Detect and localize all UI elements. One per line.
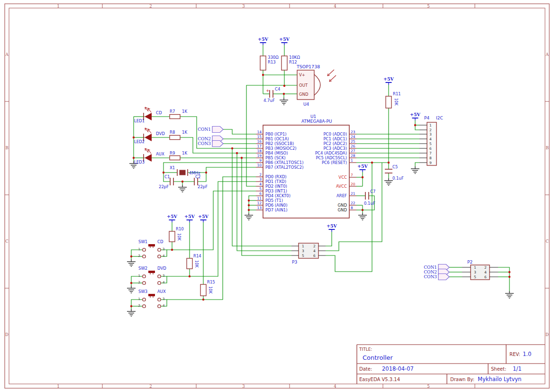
resistor-value: 330Ω bbox=[268, 55, 279, 60]
junction-dot bbox=[182, 181, 183, 182]
switch-SW2-pin bbox=[158, 282, 161, 284]
pin-number: 4 bbox=[429, 137, 432, 141]
title-label: TITLE: bbox=[359, 347, 372, 352]
vcc-label: +5V bbox=[279, 36, 290, 42]
resistor-R10[interactable] bbox=[169, 231, 175, 242]
junction-dot bbox=[133, 157, 135, 159]
wire bbox=[131, 250, 142, 259]
date-value: 2018-04-07 bbox=[382, 365, 414, 372]
pin-number: 2 bbox=[138, 254, 140, 258]
pin-number: 4 bbox=[484, 270, 487, 274]
pin-name: AREF bbox=[336, 193, 347, 198]
resistor-value: 10K bbox=[394, 98, 398, 106]
vcc-label: +5V bbox=[357, 164, 368, 169]
led-LED3[interactable] bbox=[145, 154, 152, 162]
pin-name: PB0 (ICP1) bbox=[265, 132, 287, 137]
resistor-ref: R14 bbox=[193, 254, 201, 258]
wire bbox=[223, 129, 256, 134]
resistor-R12[interactable] bbox=[282, 56, 287, 70]
junction-dot bbox=[231, 147, 233, 149]
capacitor-value: 22pF bbox=[198, 184, 208, 189]
pin-number: 4 bbox=[163, 281, 165, 284]
resistor-value: 10K bbox=[177, 233, 181, 241]
arrow-head-icon bbox=[145, 148, 145, 151]
frame-row-label: B bbox=[545, 146, 548, 150]
pin-number: 19 bbox=[257, 154, 262, 158]
resistor-R8[interactable] bbox=[170, 136, 180, 140]
pin-number: 4 bbox=[163, 304, 165, 308]
connector-P2[interactable] bbox=[471, 265, 490, 280]
net-label: CD bbox=[156, 110, 162, 115]
resistor-R14[interactable] bbox=[187, 258, 192, 269]
junction-dot bbox=[236, 152, 238, 154]
switch-SW2[interactable] bbox=[148, 271, 155, 273]
switch-SW1[interactable] bbox=[148, 244, 155, 246]
frame-row-label: B bbox=[5, 146, 8, 150]
junction-dot bbox=[130, 255, 132, 257]
net-flag-icon[interactable] bbox=[212, 141, 223, 147]
pin-name: PC1 (ADC1) bbox=[323, 137, 347, 141]
pin-name: PB2 (SSOC1B) bbox=[265, 141, 294, 146]
wire bbox=[131, 276, 142, 286]
arrow-icon bbox=[329, 75, 336, 82]
part-name: TSOP1738 bbox=[296, 64, 320, 69]
resistor-R9[interactable] bbox=[170, 156, 180, 160]
net-flag-label: CON3 bbox=[424, 274, 437, 279]
pin-name: PC6 (RESET) bbox=[322, 160, 347, 165]
junction-dot bbox=[171, 249, 173, 251]
crystal-X1[interactable] bbox=[180, 170, 185, 175]
switch-SW3[interactable] bbox=[148, 294, 155, 296]
resistor-R13[interactable] bbox=[260, 56, 266, 70]
sheet-label: Sheet: bbox=[491, 366, 506, 372]
capacitor-value: 4.7uF bbox=[263, 98, 275, 103]
frame-col-label: 5 bbox=[427, 4, 429, 9]
junction-dot bbox=[248, 209, 250, 211]
pin-number: 1 bbox=[474, 265, 476, 270]
junction-dot bbox=[163, 172, 164, 173]
junction-dot bbox=[362, 176, 363, 178]
led-LED1[interactable] bbox=[145, 113, 152, 120]
pin-number: 2 bbox=[484, 265, 487, 270]
vcc-label: +5V bbox=[327, 223, 337, 228]
capacitor-value: 0.1uF bbox=[364, 201, 375, 206]
pin-number: 5 bbox=[474, 275, 476, 279]
wire bbox=[415, 163, 419, 166]
pin-name: PB7 (XTAL2TOSC2) bbox=[265, 165, 303, 170]
net-flag-icon[interactable] bbox=[438, 274, 449, 280]
date-label: Date: bbox=[359, 366, 372, 372]
wire bbox=[198, 167, 256, 182]
net-label: DVD bbox=[156, 131, 165, 136]
junction-dot bbox=[283, 85, 285, 87]
pin-label: OUT bbox=[299, 83, 308, 88]
pin-number: 9 bbox=[429, 161, 432, 165]
pin-number: 1 bbox=[429, 123, 432, 128]
switch-ref: SW1 bbox=[138, 239, 147, 244]
pin-number: 20 bbox=[351, 182, 355, 186]
pin-number: 2 bbox=[259, 173, 262, 177]
resistor-R15[interactable] bbox=[200, 284, 206, 296]
pin-name: AVCC bbox=[336, 184, 347, 189]
junction-dot bbox=[130, 305, 132, 307]
pin-number: 11 bbox=[257, 196, 262, 201]
resistor-R7[interactable] bbox=[170, 115, 180, 119]
pin-name: PC2 (ADC2) bbox=[323, 141, 347, 146]
junction-dot bbox=[248, 200, 250, 201]
wire bbox=[167, 191, 256, 250]
pin-number: 4 bbox=[313, 249, 316, 253]
pin-name: PD6 (AIN0) bbox=[265, 203, 288, 208]
frame-row-label: A bbox=[5, 52, 9, 57]
resistor-R11[interactable] bbox=[386, 96, 391, 108]
resistor-ref: R13 bbox=[268, 60, 276, 64]
pin-number: 7 bbox=[351, 173, 353, 177]
led-LED2[interactable] bbox=[145, 134, 152, 141]
resistor-value: 10K bbox=[194, 260, 199, 268]
vcc-label: +5V bbox=[167, 214, 178, 219]
pin-name: PC3 (ADC3) bbox=[323, 146, 347, 151]
switch-SW3-pin bbox=[158, 298, 161, 301]
resistor-value: 1K bbox=[182, 109, 187, 114]
connector-P4[interactable] bbox=[427, 122, 436, 165]
frame-col-label: 3 bbox=[242, 384, 245, 389]
junction-dot bbox=[202, 299, 204, 301]
net-flag-icon[interactable] bbox=[212, 127, 223, 133]
pin-number: 10 bbox=[257, 163, 262, 167]
